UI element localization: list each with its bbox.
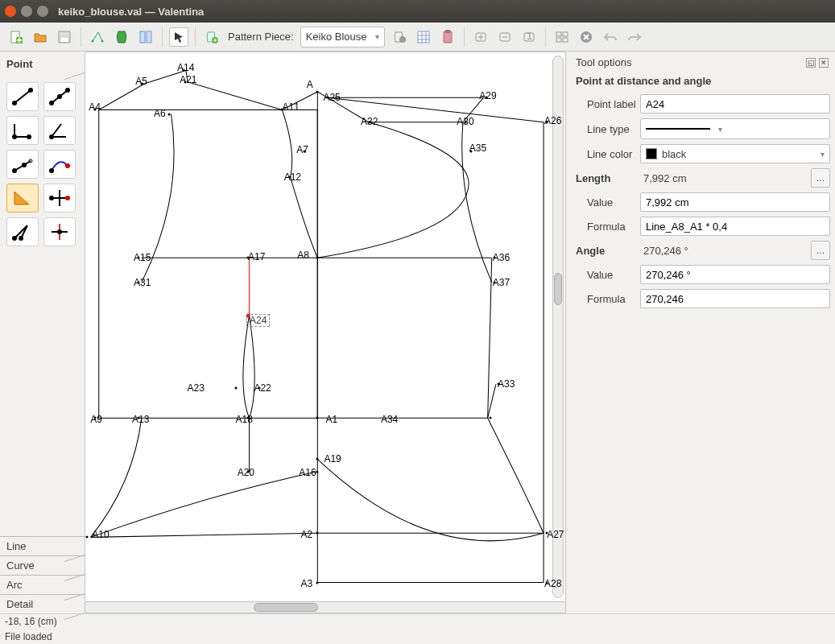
svg-point-26 bbox=[49, 101, 54, 105]
point-label-A13: A13 bbox=[132, 414, 149, 425]
svg-rect-6 bbox=[140, 31, 145, 43]
svg-point-39 bbox=[12, 236, 17, 241]
horizontal-scrollbar[interactable] bbox=[85, 602, 566, 613]
tab-point[interactable]: Point bbox=[0, 55, 85, 74]
tool-normal[interactable] bbox=[6, 116, 39, 145]
length-expand-button[interactable]: … bbox=[811, 168, 830, 188]
tool-along-line[interactable] bbox=[43, 82, 76, 111]
svg-point-23 bbox=[12, 101, 17, 105]
new-piece-icon[interactable] bbox=[202, 27, 221, 47]
tab-line[interactable]: Line bbox=[0, 536, 85, 555]
svg-rect-18 bbox=[563, 32, 568, 36]
tab-detail[interactable]: Detail bbox=[0, 594, 85, 613]
svg-line-50 bbox=[328, 97, 544, 122]
length-value-input[interactable] bbox=[640, 192, 830, 212]
tool-point-intersection[interactable] bbox=[43, 184, 76, 213]
angle-expand-button[interactable]: … bbox=[811, 241, 830, 260]
point-label-A7: A7 bbox=[296, 144, 308, 155]
point-label-A1: A1 bbox=[326, 414, 338, 425]
main-toolbar: Pattern Piece: Keiko Blouse 1 bbox=[0, 23, 835, 52]
drawing-canvas[interactable]: AA1A2A3A4A5A6A7A8A9A10A11A12A13A14A15A16… bbox=[85, 52, 566, 602]
redo-icon[interactable] bbox=[625, 27, 644, 47]
pattern-piece-combo[interactable]: Keiko Blouse bbox=[300, 27, 385, 47]
svg-rect-42 bbox=[99, 109, 318, 418]
zoom-out-icon[interactable] bbox=[495, 27, 515, 47]
svg-point-33 bbox=[22, 163, 27, 167]
window-title: keiko_blouse.val — Valentina bbox=[58, 6, 204, 18]
line-color-combo[interactable]: black bbox=[640, 144, 830, 163]
undock-icon[interactable]: ◱ bbox=[806, 58, 816, 68]
layout-mode-icon[interactable] bbox=[136, 27, 155, 47]
point-label-A20: A20 bbox=[238, 467, 254, 478]
history-icon[interactable] bbox=[438, 27, 457, 47]
point-label-A6: A6 bbox=[154, 108, 166, 119]
tool-options-panel: Tool options ◱ ✕ Point at distance and a… bbox=[569, 52, 835, 613]
point-label-A22: A22 bbox=[254, 382, 271, 394]
point-label-A2: A2 bbox=[300, 529, 312, 540]
tool-contact[interactable] bbox=[43, 150, 76, 179]
point-label-A35: A35 bbox=[469, 142, 486, 154]
point-label-A21: A21 bbox=[180, 74, 196, 85]
point-label-A14: A14 bbox=[177, 62, 194, 73]
svg-rect-11 bbox=[444, 31, 452, 43]
new-icon[interactable] bbox=[6, 27, 26, 47]
tool-triangle[interactable] bbox=[6, 184, 39, 213]
tool-subtitle: Point at distance and angle bbox=[574, 73, 830, 92]
point-label-A26: A26 bbox=[544, 115, 561, 126]
svg-point-32 bbox=[12, 168, 17, 173]
length-formula-input[interactable] bbox=[640, 217, 830, 236]
svg-point-31 bbox=[49, 134, 54, 139]
point-label-A3: A3 bbox=[300, 578, 312, 589]
svg-text:1: 1 bbox=[527, 31, 532, 42]
angle-formula-input[interactable] bbox=[640, 289, 830, 308]
detail-mode-icon[interactable] bbox=[112, 27, 131, 47]
svg-point-4 bbox=[92, 39, 94, 42]
tool-shoulder[interactable] bbox=[6, 150, 39, 179]
svg-line-55 bbox=[91, 533, 318, 537]
arrow-tool-icon[interactable] bbox=[169, 27, 188, 47]
tool-bisector[interactable] bbox=[43, 116, 76, 145]
zoom-in-icon[interactable] bbox=[471, 27, 490, 47]
titlebar: keiko_blouse.val — Valentina bbox=[0, 0, 835, 23]
close-panel-icon[interactable]: ✕ bbox=[819, 58, 829, 68]
point-label-A: A bbox=[307, 79, 313, 90]
tab-curve[interactable]: Curve bbox=[0, 555, 85, 575]
tool-line-intersect-axis[interactable] bbox=[43, 217, 76, 246]
draw-mode-icon[interactable] bbox=[88, 27, 107, 47]
maximize-icon[interactable] bbox=[37, 6, 48, 17]
tool-endpoint[interactable] bbox=[6, 82, 39, 111]
status-message: File loaded bbox=[0, 630, 835, 644]
zoom-original-icon[interactable]: 1 bbox=[519, 27, 539, 47]
point-label-A5: A5 bbox=[135, 76, 147, 87]
svg-point-36 bbox=[65, 163, 70, 168]
close-icon[interactable] bbox=[5, 6, 16, 17]
tool-height[interactable] bbox=[6, 217, 39, 246]
point-label-A8: A8 bbox=[297, 250, 309, 261]
line-type-combo[interactable] bbox=[640, 118, 830, 139]
point-label-A29: A29 bbox=[479, 90, 496, 101]
point-label-A36: A36 bbox=[493, 252, 510, 263]
svg-rect-3 bbox=[61, 38, 68, 42]
config-icon[interactable] bbox=[390, 27, 409, 47]
svg-point-27 bbox=[57, 94, 62, 99]
zoom-fit-icon[interactable] bbox=[552, 27, 572, 47]
angle-value-input[interactable] bbox=[640, 265, 830, 284]
svg-point-40 bbox=[19, 236, 23, 241]
undo-icon[interactable] bbox=[601, 27, 620, 47]
point-label-A28: A28 bbox=[544, 578, 561, 589]
point-label-input[interactable] bbox=[640, 94, 830, 114]
stop-icon[interactable] bbox=[577, 27, 596, 47]
point-label-A12: A12 bbox=[284, 171, 301, 183]
vertical-scrollbar[interactable] bbox=[552, 56, 564, 598]
point-label-A18: A18 bbox=[236, 414, 253, 425]
save-icon[interactable] bbox=[55, 27, 74, 47]
svg-point-35 bbox=[49, 168, 54, 173]
table-icon[interactable] bbox=[414, 27, 433, 47]
tab-arc[interactable]: Arc bbox=[0, 575, 85, 594]
open-icon[interactable] bbox=[31, 27, 50, 47]
svg-rect-20 bbox=[563, 38, 568, 42]
minimize-icon[interactable] bbox=[21, 6, 32, 17]
point-label-A9: A9 bbox=[90, 414, 102, 425]
point-label-A17: A17 bbox=[248, 251, 265, 262]
panel-title: Tool options bbox=[576, 56, 631, 68]
